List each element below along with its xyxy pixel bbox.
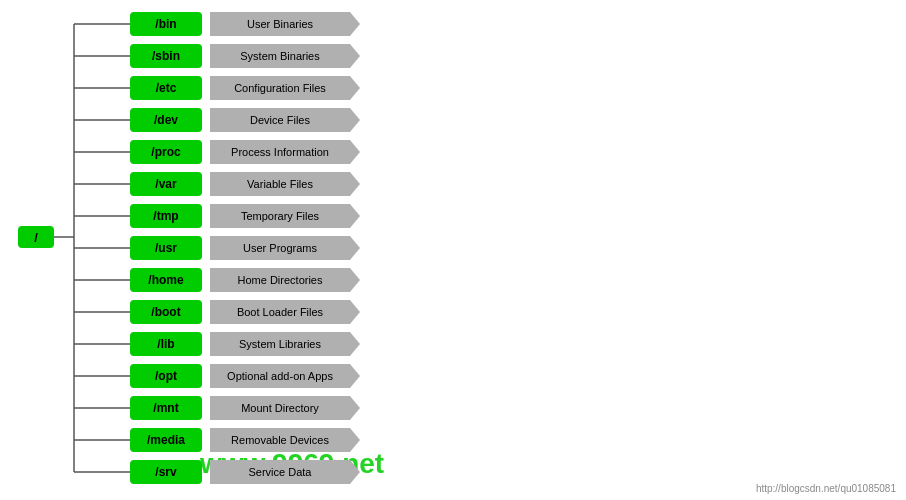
desc-node: User Programs — [210, 236, 350, 260]
dir-node: /opt — [130, 364, 202, 388]
dir-node: /var — [130, 172, 202, 196]
dir-node: /bin — [130, 12, 202, 36]
desc-node: Optional add-on Apps — [210, 364, 350, 388]
node-row: /tmpTemporary Files — [130, 204, 350, 228]
dir-node: /srv — [130, 460, 202, 484]
dir-node: /mnt — [130, 396, 202, 420]
desc-node: Variable Files — [210, 172, 350, 196]
node-row: /homeHome Directories — [130, 268, 350, 292]
dir-node: /tmp — [130, 204, 202, 228]
desc-node: Device Files — [210, 108, 350, 132]
desc-node: Mount Directory — [210, 396, 350, 420]
dir-node: /proc — [130, 140, 202, 164]
desc-node: System Libraries — [210, 332, 350, 356]
node-row: /optOptional add-on Apps — [130, 364, 350, 388]
desc-node: User Binaries — [210, 12, 350, 36]
dir-node: /usr — [130, 236, 202, 260]
dir-node: /sbin — [130, 44, 202, 68]
desc-node: Home Directories — [210, 268, 350, 292]
dir-node: /boot — [130, 300, 202, 324]
desc-node: Service Data — [210, 460, 350, 484]
dir-node: /lib — [130, 332, 202, 356]
desc-node: Temporary Files — [210, 204, 350, 228]
dir-node: /home — [130, 268, 202, 292]
diagram-container: / www.9969.net http://blogcsdn.net/qu010… — [0, 0, 906, 500]
node-row: /devDevice Files — [130, 108, 350, 132]
node-row: /usrUser Programs — [130, 236, 350, 260]
node-row: /srvService Data — [130, 460, 350, 484]
node-row: /mediaRemovable Devices — [130, 428, 350, 452]
node-row: /etcConfiguration Files — [130, 76, 350, 100]
node-row: /sbinSystem Binaries — [130, 44, 350, 68]
node-row: /mntMount Directory — [130, 396, 350, 420]
dir-node: /dev — [130, 108, 202, 132]
desc-node: System Binaries — [210, 44, 350, 68]
node-row: /bootBoot Loader Files — [130, 300, 350, 324]
root-node: / — [18, 226, 54, 248]
node-row: /procProcess Information — [130, 140, 350, 164]
node-row: /binUser Binaries — [130, 12, 350, 36]
url-bottom: http://blogcsdn.net/qu01085081 — [756, 483, 896, 494]
desc-node: Process Information — [210, 140, 350, 164]
node-row: /varVariable Files — [130, 172, 350, 196]
dir-node: /media — [130, 428, 202, 452]
desc-node: Removable Devices — [210, 428, 350, 452]
desc-node: Configuration Files — [210, 76, 350, 100]
desc-node: Boot Loader Files — [210, 300, 350, 324]
node-row: /libSystem Libraries — [130, 332, 350, 356]
dir-node: /etc — [130, 76, 202, 100]
